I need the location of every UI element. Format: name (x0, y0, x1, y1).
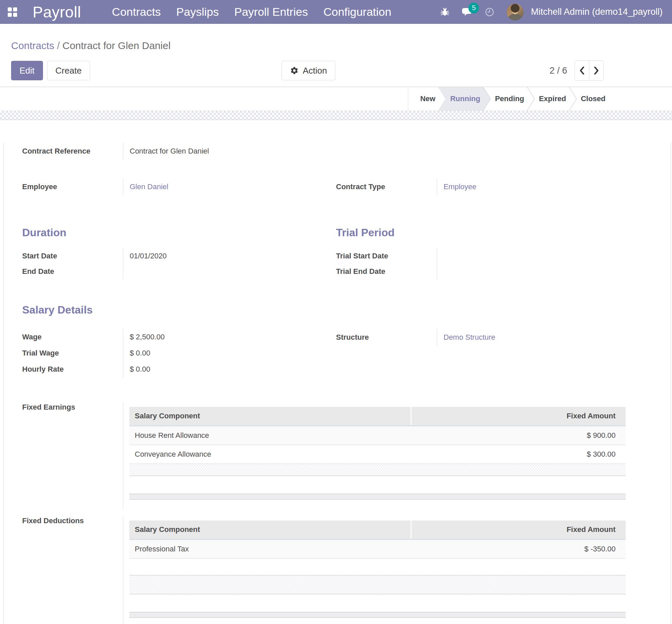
messages-icon[interactable]: 5 (462, 7, 472, 18)
statusbar: New Running Pending Expired Closed (0, 87, 672, 110)
column-header-fixed-amount[interactable]: Fixed Amount (412, 520, 626, 539)
breadcrumb-contracts-link[interactable]: Contracts (11, 40, 54, 51)
empty-table-row (129, 594, 626, 612)
buttons-row: Edit Create Action 2 / 6 (11, 61, 661, 80)
field-group-structure: Structure Demo Structure (336, 329, 671, 346)
duration-section-title: Duration (22, 226, 336, 239)
field-group-wages: Wage Trial Wage Hourly Rate $ 2,500.00 $… (22, 329, 336, 378)
status-step-expired[interactable]: Expired (527, 87, 569, 110)
fixed-earnings-group: Fixed Earnings Salary Component Fixed Am… (22, 402, 671, 509)
user-menu[interactable]: Mitchell Admin (demo14_payroll) (531, 7, 663, 17)
salary-component-cell: House Rent Allowance (129, 431, 412, 440)
column-header-fixed-amount[interactable]: Fixed Amount (412, 407, 626, 425)
wage-value: $ 2,500.00 (130, 329, 336, 345)
fixed-earnings-table: Salary Component Fixed Amount House Rent… (129, 407, 626, 500)
fixed-deductions-label: Fixed Deductions (22, 516, 123, 525)
status-step-new[interactable]: New (408, 87, 438, 110)
table-header-row: Salary Component Fixed Amount (129, 520, 626, 540)
start-date-value: 01/01/2020 (130, 248, 336, 264)
employee-value-link[interactable]: Glen Daniel (130, 182, 168, 191)
field-group-trial-dates: Trial Start Date Trial End Date (336, 248, 671, 279)
end-date-value (130, 264, 336, 279)
salary-component-cell: Conveyance Allowance (129, 450, 412, 459)
row-section-headers: Duration Trial Period (22, 226, 671, 239)
edit-button[interactable]: Edit (11, 61, 43, 80)
fixed-amount-cell: $ 300.00 (412, 450, 626, 459)
chevron-left-icon (579, 66, 585, 75)
nav-item-payroll-entries[interactable]: Payroll Entries (234, 5, 308, 19)
start-date-label: Start Date (22, 248, 123, 264)
form-sheet: Contract Reference Contract for Glen Dan… (3, 143, 671, 624)
trial-start-date-value (443, 248, 671, 264)
trial-period-section-title: Trial Period (336, 226, 671, 239)
column-header-salary-component[interactable]: Salary Component (129, 520, 411, 539)
empty-table-row (129, 575, 626, 594)
field-group-contract-reference: Contract Reference Contract for Glen Dan… (22, 143, 671, 160)
breadcrumb-current: Contract for Glen Daniel (62, 40, 171, 51)
breadcrumb-separator: / (54, 40, 62, 51)
sheet-background-band (0, 110, 672, 120)
hourly-rate-label: Hourly Rate (22, 361, 123, 378)
create-button[interactable]: Create (47, 61, 90, 80)
status-step-closed[interactable]: Closed (569, 87, 608, 110)
end-date-label: End Date (22, 264, 123, 279)
main-menu: Contracts Payslips Payroll Entries Confi… (112, 5, 391, 19)
structure-label: Structure (336, 329, 437, 346)
pager: 2 / 6 (549, 60, 604, 81)
pager-value[interactable]: 2 / 6 (549, 66, 567, 76)
trial-wage-label: Trial Wage (22, 345, 123, 361)
fixed-amount-cell: $ 900.00 (412, 431, 626, 440)
trial-end-date-label: Trial End Date (336, 264, 437, 279)
table-row[interactable]: Professional Tax $ -350.00 (129, 540, 626, 559)
table-row[interactable]: House Rent Allowance $ 900.00 (129, 426, 626, 445)
apps-menu-icon[interactable] (8, 7, 17, 17)
contract-type-label: Contract Type (336, 178, 437, 195)
hourly-rate-value: $ 0.00 (130, 361, 336, 378)
navbar-right: 5 Mitchell Admin (demo14_payroll) (440, 4, 663, 21)
app-title[interactable]: Payroll (33, 3, 81, 21)
trial-wage-value: $ 0.00 (130, 345, 336, 361)
debug-bug-icon[interactable] (440, 7, 449, 17)
wage-label: Wage (22, 329, 123, 345)
employee-label: Employee (22, 178, 123, 195)
message-count-badge: 5 (468, 3, 479, 14)
row-employee-contract-type: Employee Glen Daniel Contract Type Emplo… (22, 178, 671, 195)
fixed-earnings-label: Fixed Earnings (22, 402, 123, 412)
activities-clock-icon[interactable] (485, 7, 495, 17)
row-dates: Start Date End Date 01/01/2020 Trial Sta… (22, 248, 671, 279)
empty-table-row (129, 559, 626, 575)
nav-item-contracts[interactable]: Contracts (112, 5, 161, 19)
status-step-running[interactable]: Running (438, 87, 483, 110)
action-button-label: Action (303, 66, 327, 76)
empty-table-row (129, 464, 626, 476)
contract-reference-label: Contract Reference (22, 143, 123, 160)
nav-item-configuration[interactable]: Configuration (323, 5, 391, 19)
field-group-duration-dates: Start Date End Date 01/01/2020 (22, 248, 336, 279)
action-menu-wrap: Action (282, 61, 335, 80)
nav-item-payslips[interactable]: Payslips (176, 5, 219, 19)
status-step-pending[interactable]: Pending (483, 87, 527, 110)
user-avatar[interactable] (507, 4, 523, 21)
trial-start-date-label: Trial Start Date (336, 248, 437, 264)
table-row[interactable]: Conveyance Allowance $ 300.00 (129, 445, 626, 464)
contract-type-value-link[interactable]: Employee (443, 182, 476, 191)
fixed-deductions-table: Salary Component Fixed Amount Profession… (129, 520, 626, 618)
gear-icon (290, 66, 299, 75)
column-header-salary-component[interactable]: Salary Component (129, 407, 411, 425)
pager-next-button[interactable] (589, 61, 603, 80)
fixed-amount-cell: $ -350.00 (412, 545, 626, 553)
payroll-contract-page: Payroll Contracts Payslips Payroll Entri… (0, 0, 672, 624)
table-footer-bar (129, 494, 626, 500)
structure-value-link[interactable]: Demo Structure (443, 333, 495, 342)
salary-component-cell: Professional Tax (129, 545, 412, 553)
chevron-right-icon (593, 66, 599, 75)
pager-previous-button[interactable] (575, 61, 589, 80)
breadcrumb: Contracts/Contract for Glen Daniel (11, 39, 661, 52)
action-button[interactable]: Action (282, 61, 335, 80)
empty-table-row (129, 476, 626, 494)
field-group-employee: Employee Glen Daniel (22, 178, 336, 195)
pager-nav (574, 60, 604, 81)
fixed-deductions-group: Fixed Deductions Salary Component Fixed … (22, 516, 671, 624)
salary-details-section-title: Salary Details (22, 304, 671, 316)
row-salary: Wage Trial Wage Hourly Rate $ 2,500.00 $… (22, 329, 671, 378)
